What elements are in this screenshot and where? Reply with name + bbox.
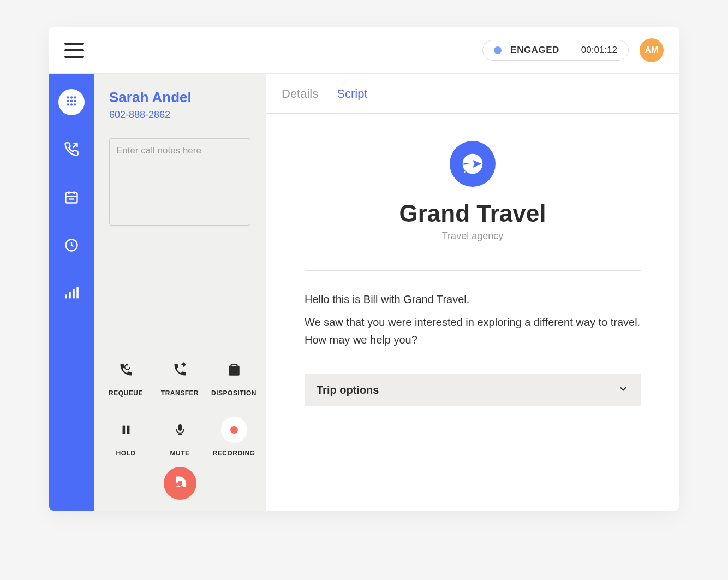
svg-point-2 <box>74 96 76 98</box>
caller-info: Sarah Andel 602-888-2862 <box>94 74 266 132</box>
transfer-icon <box>167 357 193 383</box>
record-icon <box>221 417 247 443</box>
tabs: Details Script <box>266 74 679 114</box>
svg-point-3 <box>67 100 69 102</box>
caller-name: Sarah Andel <box>109 89 250 106</box>
svg-point-5 <box>74 100 76 102</box>
svg-point-0 <box>67 96 69 98</box>
svg-point-4 <box>70 100 73 102</box>
bar-chart-icon <box>64 286 79 303</box>
svg-rect-9 <box>66 193 77 203</box>
call-panel: Sarah Andel 602-888-2862 REQUEUE <box>94 74 266 511</box>
nav-history[interactable] <box>58 233 85 259</box>
hangup-icon <box>171 474 189 493</box>
requeue-label: REQUEUE <box>109 389 143 397</box>
svg-rect-15 <box>65 294 67 298</box>
svg-point-8 <box>74 103 76 105</box>
svg-rect-20 <box>127 426 129 434</box>
dialpad-icon <box>64 94 79 110</box>
hold-button[interactable]: HOLD <box>100 417 151 457</box>
nav-stats[interactable] <box>58 281 85 307</box>
nav-schedule[interactable] <box>58 185 85 211</box>
requeue-button[interactable]: REQUEUE <box>100 357 151 397</box>
mic-icon <box>167 417 193 443</box>
script-text: Hello this is Bill with Grand Travel. We… <box>305 291 641 354</box>
status-timer: 00:01:12 <box>581 45 617 56</box>
svg-rect-16 <box>69 292 70 299</box>
app-window: ENGAGED 00:01:12 AM <box>49 27 679 511</box>
script-line-1: Hello this is Bill with Grand Travel. <box>305 291 641 308</box>
main: Sarah Andel 602-888-2862 REQUEUE <box>49 74 679 511</box>
brand-name: Grand Travel <box>399 200 546 227</box>
clipboard-icon <box>221 357 247 383</box>
chevron-down-icon <box>618 383 629 396</box>
transfer-button[interactable]: TRANSFER <box>154 357 205 397</box>
nav-outbound-call[interactable] <box>58 137 85 163</box>
status-pill[interactable]: ENGAGED 00:01:12 <box>482 40 629 61</box>
script-line-2: We saw that you were interested in explo… <box>305 313 641 348</box>
pause-icon <box>113 417 139 443</box>
svg-point-6 <box>67 103 69 105</box>
disposition-label: DISPOSITION <box>211 389 256 397</box>
svg-rect-17 <box>73 289 75 298</box>
calendar-icon <box>64 190 79 207</box>
mute-label: MUTE <box>170 449 190 457</box>
clock-icon <box>64 238 79 255</box>
trip-options-dropdown[interactable]: Trip options <box>305 374 641 406</box>
tab-script[interactable]: Script <box>337 87 367 113</box>
status-label: ENGAGED <box>510 45 559 56</box>
menu-icon[interactable] <box>64 43 84 58</box>
recording-label: RECORDING <box>213 449 255 457</box>
requeue-icon <box>113 357 139 383</box>
hangup-button[interactable] <box>100 467 259 500</box>
topbar-right: ENGAGED 00:01:12 AM <box>482 38 664 62</box>
tab-details[interactable]: Details <box>282 87 318 113</box>
brand-icon <box>450 141 496 187</box>
caller-phone: 602-888-2862 <box>109 109 250 121</box>
svg-point-22 <box>466 169 468 171</box>
brand-subtitle: Travel agency <box>442 230 503 242</box>
avatar-initials: AM <box>645 45 659 55</box>
divider <box>305 270 641 271</box>
transfer-label: TRANSFER <box>161 389 199 397</box>
svg-point-7 <box>70 103 73 105</box>
svg-rect-18 <box>76 287 79 298</box>
topbar: ENGAGED 00:01:12 AM <box>49 27 679 74</box>
avatar[interactable]: AM <box>640 38 664 62</box>
disposition-button[interactable]: DISPOSITION <box>208 357 259 397</box>
dropdown-label: Trip options <box>317 384 379 396</box>
script-body: Grand Travel Travel agency Hello this is… <box>266 114 679 434</box>
svg-point-1 <box>70 96 73 98</box>
content-area: Details Script Grand Travel Travel agenc… <box>266 74 679 511</box>
nav-rail <box>49 74 94 511</box>
mute-button[interactable]: MUTE <box>154 417 205 457</box>
svg-point-23 <box>464 171 466 173</box>
call-controls: REQUEUE TRANSFER DISPOSITION <box>94 341 266 511</box>
recording-button[interactable]: RECORDING <box>208 417 259 457</box>
call-notes-input[interactable] <box>109 138 250 226</box>
hold-label: HOLD <box>116 449 136 457</box>
outbound-call-icon <box>64 141 79 159</box>
nav-dialpad[interactable] <box>58 89 85 115</box>
svg-rect-19 <box>122 426 125 434</box>
status-dot-icon <box>494 46 502 54</box>
